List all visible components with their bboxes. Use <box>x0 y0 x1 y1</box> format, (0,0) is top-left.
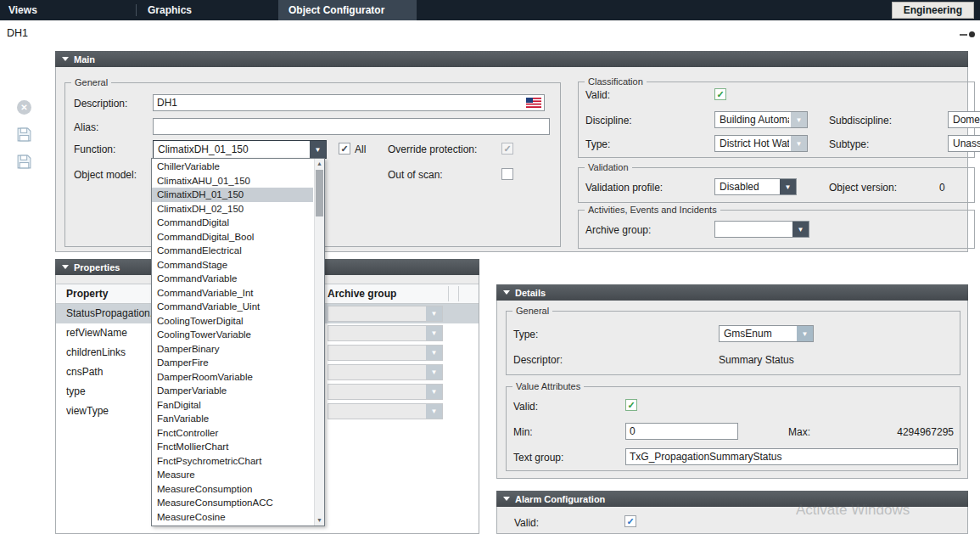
dropdown-item[interactable]: DamperVariable <box>152 384 313 398</box>
description-input[interactable] <box>153 94 545 111</box>
chevron-down-icon[interactable]: ▼ <box>426 346 442 360</box>
row-archive-group-select[interactable]: ▼ <box>328 325 443 341</box>
text-group-input[interactable] <box>625 448 958 465</box>
column-property[interactable]: Property <box>66 284 108 304</box>
validation-profile-select[interactable]: Disabled ▼ <box>714 178 797 195</box>
dropdown-item[interactable]: CommandVariable <box>152 272 313 286</box>
properties-panel-title: Properties <box>74 262 120 273</box>
dropdown-item[interactable]: DamperFire <box>152 356 313 370</box>
dropdown-item[interactable]: MeasureCosine <box>152 510 313 525</box>
function-select[interactable]: ClimatixDH_01_150 ▼ <box>153 140 327 159</box>
details-general-group: General Type: GmsEnum ▼ Descriptor: Summ… <box>506 311 960 375</box>
column-divider[interactable] <box>448 286 449 301</box>
row-archive-group-select[interactable]: ▼ <box>328 403 443 419</box>
dropdown-items: ChillerVariable ClimatixAHU_01_150 Clima… <box>152 160 313 524</box>
chevron-down-icon[interactable]: ▼ <box>791 112 807 127</box>
chevron-down-icon[interactable]: ▼ <box>792 222 809 237</box>
tab-views[interactable]: Views <box>8 0 37 20</box>
subdiscipline-label: Subdiscipline: <box>829 115 892 126</box>
chevron-down-icon[interactable]: ▼ <box>426 326 442 340</box>
subtype-value: Unass <box>953 136 980 151</box>
dropdown-item[interactable]: CoolingTowerDigital <box>152 314 313 329</box>
alarm-valid-checkbox[interactable] <box>624 515 636 527</box>
dropdown-item[interactable]: ClimatixAHU_01_150 <box>152 174 313 188</box>
value-valid-checkbox[interactable] <box>625 399 637 411</box>
row-archive-group-select[interactable]: ▼ <box>328 306 443 322</box>
discipline-value: Building Automation <box>720 112 789 127</box>
discard-icon[interactable]: ✕ <box>17 100 31 115</box>
dropdown-item[interactable]: CommandDigital <box>152 216 313 230</box>
classification-valid-checkbox[interactable] <box>714 88 726 100</box>
all-checkbox[interactable] <box>339 143 350 155</box>
classification-legend: Classification <box>585 76 647 87</box>
chevron-down-icon[interactable]: ▼ <box>426 365 442 379</box>
general-legend: General <box>71 76 111 88</box>
discipline-select[interactable]: Building Automation ▼ <box>714 111 808 128</box>
dropdown-item-selected[interactable]: ClimatixDH_01_150 <box>152 188 313 202</box>
dropdown-item[interactable]: FnctMollierChart <box>152 440 313 454</box>
dropdown-item[interactable]: FnctPsychrometricChart <box>152 454 313 469</box>
dropdown-item[interactable]: CommandStage <box>152 258 313 273</box>
subdiscipline-select[interactable]: Dome <box>948 111 980 128</box>
override-protection-checkbox[interactable] <box>501 143 513 155</box>
alarm-panel-title: Alarm Configuration <box>515 494 605 504</box>
validation-legend: Validation <box>585 161 632 173</box>
subtype-select[interactable]: Unass <box>948 135 980 152</box>
row-archive-group-select[interactable]: ▼ <box>328 384 443 400</box>
details-type-value: GmsEnum <box>724 326 795 341</box>
chevron-down-icon[interactable]: ▼ <box>780 179 796 194</box>
valid-label: Valid: <box>585 89 610 101</box>
main-panel-header[interactable]: Main <box>55 51 968 67</box>
dropdown-item[interactable]: Measure <box>152 468 313 482</box>
out-of-scan-checkbox[interactable] <box>501 168 513 180</box>
classification-group: Classification Valid: Discipline: Buildi… <box>578 82 975 158</box>
chevron-down-icon[interactable]: ▼ <box>791 136 807 151</box>
chevron-down-icon[interactable]: ▼ <box>426 404 442 419</box>
type-select[interactable]: District Hot Water ▼ <box>714 135 808 152</box>
descriptor-value: Summary Status <box>719 354 794 366</box>
activities-legend: Activities, Events and Incidents <box>585 204 720 216</box>
top-navigation-bar: Views Graphics Object Configurator Engin… <box>0 0 980 20</box>
min-input[interactable] <box>625 423 738 440</box>
scrollbar-thumb[interactable] <box>316 170 323 216</box>
engineering-button[interactable]: Engineering <box>892 2 974 19</box>
dropdown-item[interactable]: CommandVariable_Uint <box>152 300 313 314</box>
override-protection-label: Override protection: <box>388 143 477 155</box>
toolbar-sidebar: ✕ <box>0 46 53 534</box>
chevron-down-icon[interactable]: ▼ <box>310 141 326 158</box>
function-value: ClimatixDH_01_150 <box>158 141 308 158</box>
dropdown-item[interactable]: ChillerVariable <box>152 160 313 174</box>
dropdown-item[interactable]: FanDigital <box>152 398 313 413</box>
scroll-down-icon[interactable]: ▼ <box>315 515 324 526</box>
tab-object-configurator[interactable]: Object Configurator <box>278 0 417 20</box>
dropdown-item[interactable]: DamperBinary <box>152 342 313 357</box>
row-archive-group-select[interactable]: ▼ <box>328 364 443 380</box>
details-type-select[interactable]: GmsEnum ▼ <box>719 325 814 342</box>
details-panel-header[interactable]: Details <box>496 284 968 301</box>
alias-input[interactable] <box>153 118 550 135</box>
dropdown-item[interactable]: MeasureConsumptionACC <box>152 496 313 510</box>
archive-group-select[interactable]: ▼ <box>714 221 809 238</box>
column-archive-group[interactable]: Archive group <box>328 284 396 304</box>
chevron-down-icon[interactable]: ▼ <box>797 326 813 341</box>
tab-graphics[interactable]: Graphics <box>148 0 192 20</box>
column-divider[interactable] <box>458 286 459 301</box>
dropdown-item[interactable]: CommandVariable_Int <box>152 286 313 301</box>
chevron-down-icon[interactable]: ▼ <box>426 306 442 321</box>
dropdown-item[interactable]: MeasureConsumption <box>152 482 313 497</box>
scroll-up-icon[interactable]: ▲ <box>315 159 324 169</box>
dropdown-item[interactable]: FnctController <box>152 426 313 441</box>
value-valid-label: Valid: <box>513 401 538 413</box>
dropdown-scrollbar[interactable]: ▲ ▼ <box>314 159 324 526</box>
save-all-icon[interactable] <box>16 154 32 170</box>
splitter-pin-icon[interactable] <box>960 31 975 37</box>
dropdown-item[interactable]: CoolingTowerVariable <box>152 328 313 342</box>
row-archive-group-select[interactable]: ▼ <box>328 345 443 361</box>
dropdown-item[interactable]: DamperRoomVariable <box>152 370 313 385</box>
chevron-down-icon[interactable]: ▼ <box>426 385 442 399</box>
dropdown-item[interactable]: CommandElectrical <box>152 244 313 258</box>
dropdown-item[interactable]: FanVariable <box>152 412 313 426</box>
save-icon[interactable] <box>16 126 32 143</box>
dropdown-item[interactable]: CommandDigital_Bool <box>152 230 313 245</box>
dropdown-item[interactable]: ClimatixDH_02_150 <box>152 202 313 216</box>
